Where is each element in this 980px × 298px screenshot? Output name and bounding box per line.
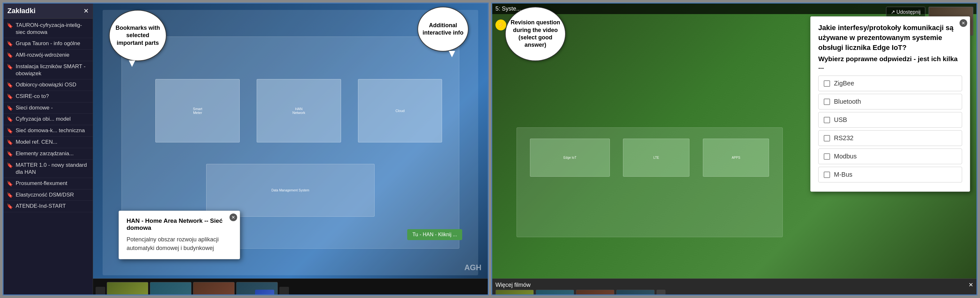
filmstrip-thumb[interactable]: Energetyka odnawialna i społeczności ene… (107, 282, 148, 295)
right-filmstrip-thumb[interactable]: Cyfryzacja energety... i społeczności... (495, 290, 534, 295)
right-panel: 5: Syste... ⚡ Revision question during t… (491, 3, 977, 295)
bookmark-icon: 🔖 (7, 41, 13, 47)
sidebar-item[interactable]: 🔖AMI-rozwój-wdrożenie (3, 50, 93, 61)
quiz-option-label: USB (834, 116, 847, 123)
quiz-option-label: Modbus (834, 153, 857, 160)
bookmark-icon: 🔖 (7, 192, 13, 199)
callout-interactive-text: Additional interactive info (421, 22, 465, 37)
sidebar-item[interactable]: 🔖Odbiorcy-obowiązki OSD (3, 79, 93, 91)
filmstrip-thumb[interactable]: Czyste transformacje oparte na systemach… (150, 282, 191, 295)
bookmark-icon: 🔖 (7, 64, 13, 70)
more-films-close-button[interactable]: ✕ (969, 281, 973, 288)
han-button-label: Tu - HAN - Kliknij ... (412, 232, 457, 237)
right-filmstrip-thumb[interactable] (536, 290, 574, 295)
sidebar-list: 🔖TAURON-cyfryzacja-intelig-siec domowa🔖G… (3, 19, 93, 295)
bookmark-icon: 🔖 (7, 181, 13, 187)
quiz-option-label: ZigBee (834, 80, 854, 87)
quiz-option-label: Bluetooth (834, 98, 861, 105)
sidebar-item[interactable]: 🔖Grupa Tauron - info ogólne (3, 38, 93, 50)
sidebar-item-text: Prosument-flexument (16, 180, 67, 187)
sidebar: Zakładki ✕ 🔖TAURON-cyfryzacja-intelig-si… (3, 3, 93, 295)
sidebar-close-button[interactable]: ✕ (83, 7, 89, 15)
right-filmstrip-arrow[interactable]: › (657, 290, 665, 295)
bookmark-icon: 🔖 (7, 128, 13, 135)
quiz-checkbox (824, 80, 830, 87)
bookmark-icon: 🔖 (7, 116, 13, 123)
sidebar-item-text: MATTER 1.0 - nowy standard dla HAN (16, 162, 89, 176)
bookmark-icon: 🔖 (7, 151, 13, 157)
han-button[interactable]: Tu - HAN - Kliknij ... (407, 229, 462, 240)
sidebar-item[interactable]: 🔖Elastyczność DSM/DSR (3, 189, 93, 201)
sidebar-item[interactable]: 🔖MATTER 1.0 - nowy standard dla HAN (3, 160, 93, 178)
more-films-area: Więcej filmów ✕ Cyfryzacja energety... i… (492, 279, 977, 295)
bookmark-icon: 🔖 (7, 162, 13, 169)
right-filmstrip-thumb[interactable] (576, 290, 614, 295)
quiz-checkbox (824, 99, 830, 105)
sidebar-item-text: Sieć domowa-k... techniczna (16, 127, 85, 134)
left-video-area: SmartMeter HANNetwork Cloud Data Managem… (93, 3, 488, 295)
quiz-checkbox (824, 117, 830, 123)
sidebar-item-text: AMI-rozwój-wdrożenie (16, 51, 69, 59)
quiz-option[interactable]: Bluetooth (818, 94, 962, 109)
quiz-option[interactable]: Modbus (818, 149, 962, 164)
quiz-option-label: RS232 (834, 135, 853, 142)
popup-text: Potencjalny obszar rozwoju aplikacji aut… (127, 235, 232, 253)
quiz-checkbox (824, 153, 830, 160)
left-filmstrip: ‹Energetyka odnawialna i społeczności en… (93, 279, 488, 295)
quiz-checkbox (824, 135, 830, 141)
quiz-question: Jakie interfesy/protokoły komunikacji są… (818, 23, 962, 53)
share-button[interactable]: ↗ Udostępnij (886, 7, 925, 17)
right-diagram: Edge IoT LTE APPS (517, 127, 783, 237)
popup-close-button[interactable]: ✕ (229, 213, 237, 221)
quiz-checkbox (824, 171, 830, 178)
agh-logo: AGH (465, 263, 481, 272)
quiz-option[interactable]: M-Bus (818, 167, 962, 183)
quiz-option[interactable]: RS232 (818, 130, 962, 146)
bookmark-icon: 🔖 (7, 22, 13, 29)
sidebar-header: Zakładki ✕ (3, 3, 93, 19)
sidebar-item[interactable]: 🔖Sieć domowa-k... techniczna (3, 125, 93, 137)
quiz-close-button[interactable]: ✕ (959, 19, 967, 27)
callout-interactive: Additional interactive info (417, 7, 469, 51)
bookmark-icon: 🔖 (7, 82, 13, 89)
sidebar-item[interactable]: 🔖Sieci domowe - (3, 103, 93, 114)
filmstrip-thumb[interactable]: KONGRES (236, 282, 278, 295)
quiz-option[interactable]: ZigBee (818, 75, 962, 91)
more-films-title: Więcej filmów (495, 282, 531, 288)
sidebar-item-text: Elastyczność DSM/DSR (16, 191, 74, 199)
sidebar-item[interactable]: 🔖Elementy zarządzania... (3, 148, 93, 160)
sidebar-item-text: TAURON-cyfryzacja-intelig-siec domowa (16, 22, 89, 36)
sidebar-item[interactable]: 🔖ATENDE-Ind-START (3, 201, 93, 212)
bookmark-icon: 🔖 (7, 105, 13, 112)
sidebar-item[interactable]: 🔖Model ref. CEN... (3, 137, 93, 148)
sidebar-item-text: Grupa Tauron - info ogólne (16, 40, 80, 47)
sidebar-item[interactable]: 🔖TAURON-cyfryzacja-intelig-siec domowa (3, 20, 93, 38)
bookmark-icon: 🔖 (7, 203, 13, 210)
filmstrip-prev-arrow[interactable]: ‹ (95, 287, 105, 295)
share-label: Udostępnij (896, 9, 921, 15)
right-filmstrip-thumb[interactable]: KONGRES (616, 290, 655, 295)
right-video-background: 5: Syste... ⚡ Revision question during t… (492, 3, 977, 279)
filmstrip-thumb[interactable] (193, 282, 235, 295)
sidebar-item[interactable]: 🔖Instalacja liczników SMART - obowiązek (3, 61, 93, 79)
quiz-options-container: ZigBeeBluetoothUSBRS232ModbusM-Bus (818, 75, 962, 183)
revision-callout-text: Revision question during the video (sele… (511, 19, 560, 49)
sidebar-item-text: ATENDE-Ind-START (16, 203, 66, 210)
sidebar-item[interactable]: 🔖CSIRE-co to? (3, 91, 93, 103)
revision-callout: Revision question during the video (sele… (505, 7, 566, 61)
filmstrip-next-arrow[interactable]: › (279, 287, 289, 295)
bookmark-icon: 🔖 (7, 139, 13, 146)
sidebar-item[interactable]: 🔖Cyfryzacja obi... model (3, 114, 93, 125)
sidebar-item[interactable]: 🔖Prosument-flexument (3, 178, 93, 189)
popup-han: ✕ HAN - Home Area Network -- Sieć domowa… (119, 211, 240, 259)
more-films-header: Więcej filmów ✕ (495, 280, 973, 290)
callout-bookmarks-text: Bookmarks with selected important parts (113, 24, 163, 47)
quiz-subtitle: Wybierz poprawne odpwiedzi - jest ich ki… (818, 55, 962, 70)
share-icon: ↗ (891, 9, 895, 15)
quiz-option[interactable]: USB (818, 112, 962, 128)
callout-bookmarks: Bookmarks with selected important parts (109, 10, 167, 61)
right-filmstrip: Cyfryzacja energety... i społeczności...… (495, 290, 973, 295)
kongres-badge: KONGRES (255, 290, 274, 295)
left-video-background: SmartMeter HANNetwork Cloud Data Managem… (93, 3, 488, 279)
sidebar-item-text: Model ref. CEN... (16, 139, 57, 146)
